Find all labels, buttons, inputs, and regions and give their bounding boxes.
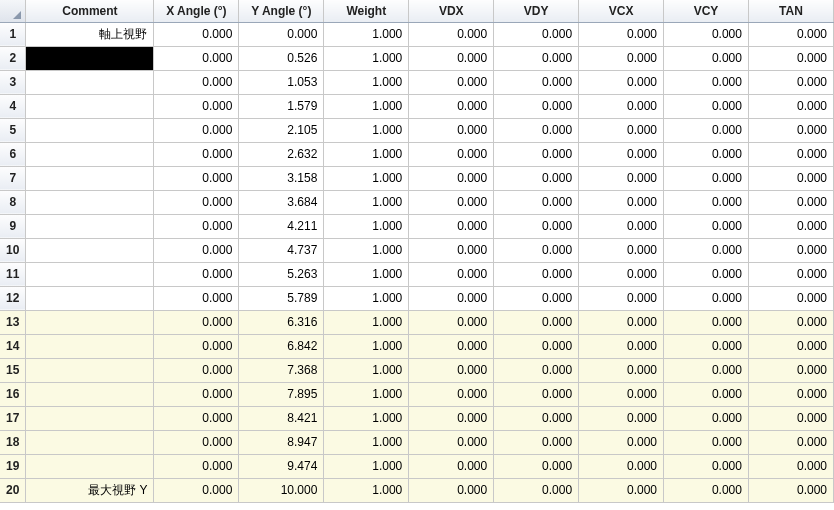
cell-tan[interactable]: 0.000 <box>748 166 833 190</box>
cell-xangle[interactable]: 0.000 <box>154 118 239 142</box>
cell-vdx[interactable]: 0.000 <box>409 166 494 190</box>
cell-yangle[interactable]: 1.053 <box>239 70 324 94</box>
cell-vcx[interactable]: 0.000 <box>579 406 664 430</box>
cell-vcx[interactable]: 0.000 <box>579 70 664 94</box>
cell-vcx[interactable]: 0.000 <box>579 454 664 478</box>
cell-comment[interactable] <box>26 118 154 142</box>
cell-comment[interactable] <box>26 142 154 166</box>
row-header[interactable]: 11 <box>0 262 26 286</box>
table-row[interactable]: 120.0005.7891.0000.0000.0000.0000.0000.0… <box>0 286 834 310</box>
row-header[interactable]: 20 <box>0 478 26 502</box>
col-header-weight[interactable]: Weight <box>324 0 409 22</box>
cell-xangle[interactable]: 0.000 <box>154 166 239 190</box>
cell-weight[interactable]: 1.000 <box>324 142 409 166</box>
cell-vcx[interactable]: 0.000 <box>579 358 664 382</box>
cell-vcy[interactable]: 0.000 <box>664 334 749 358</box>
table-row[interactable]: 90.0004.2111.0000.0000.0000.0000.0000.00… <box>0 214 834 238</box>
cell-xangle[interactable]: 0.000 <box>154 334 239 358</box>
cell-weight[interactable]: 1.000 <box>324 22 409 46</box>
cell-tan[interactable]: 0.000 <box>748 382 833 406</box>
cell-xangle[interactable]: 0.000 <box>154 190 239 214</box>
cell-vcx[interactable]: 0.000 <box>579 166 664 190</box>
cell-tan[interactable]: 0.000 <box>748 262 833 286</box>
cell-tan[interactable]: 0.000 <box>748 190 833 214</box>
cell-weight[interactable]: 1.000 <box>324 358 409 382</box>
table-row[interactable]: 80.0003.6841.0000.0000.0000.0000.0000.00… <box>0 190 834 214</box>
cell-vdy[interactable]: 0.000 <box>494 70 579 94</box>
cell-vcy[interactable]: 0.000 <box>664 310 749 334</box>
table-row[interactable]: 190.0009.4741.0000.0000.0000.0000.0000.0… <box>0 454 834 478</box>
col-header-comment[interactable]: Comment <box>26 0 154 22</box>
row-header[interactable]: 10 <box>0 238 26 262</box>
cell-yangle[interactable]: 5.789 <box>239 286 324 310</box>
cell-weight[interactable]: 1.000 <box>324 238 409 262</box>
cell-tan[interactable]: 0.000 <box>748 334 833 358</box>
cell-vdx[interactable]: 0.000 <box>409 22 494 46</box>
cell-yangle[interactable]: 9.474 <box>239 454 324 478</box>
cell-comment[interactable] <box>26 382 154 406</box>
col-header-vdx[interactable]: VDX <box>409 0 494 22</box>
cell-vdx[interactable]: 0.000 <box>409 262 494 286</box>
cell-vdx[interactable]: 0.000 <box>409 310 494 334</box>
cell-yangle[interactable]: 10.000 <box>239 478 324 502</box>
cell-comment[interactable] <box>26 46 154 70</box>
cell-weight[interactable]: 1.000 <box>324 310 409 334</box>
row-header[interactable]: 19 <box>0 454 26 478</box>
cell-tan[interactable]: 0.000 <box>748 430 833 454</box>
cell-tan[interactable]: 0.000 <box>748 478 833 502</box>
cell-comment[interactable] <box>26 406 154 430</box>
cell-weight[interactable]: 1.000 <box>324 286 409 310</box>
row-header[interactable]: 6 <box>0 142 26 166</box>
cell-xangle[interactable]: 0.000 <box>154 382 239 406</box>
cell-yangle[interactable]: 8.947 <box>239 430 324 454</box>
cell-vcx[interactable]: 0.000 <box>579 46 664 70</box>
cell-yangle[interactable]: 4.211 <box>239 214 324 238</box>
cell-tan[interactable]: 0.000 <box>748 214 833 238</box>
cell-comment[interactable] <box>26 214 154 238</box>
cell-vdy[interactable]: 0.000 <box>494 430 579 454</box>
cell-vdx[interactable]: 0.000 <box>409 94 494 118</box>
cell-vdx[interactable]: 0.000 <box>409 430 494 454</box>
cell-vcy[interactable]: 0.000 <box>664 166 749 190</box>
row-header[interactable]: 2 <box>0 46 26 70</box>
row-header[interactable]: 9 <box>0 214 26 238</box>
col-header-xangle[interactable]: X Angle (°) <box>154 0 239 22</box>
cell-vcy[interactable]: 0.000 <box>664 406 749 430</box>
cell-yangle[interactable]: 0.000 <box>239 22 324 46</box>
cell-vdy[interactable]: 0.000 <box>494 406 579 430</box>
table-row[interactable]: 1軸上視野0.0000.0001.0000.0000.0000.0000.000… <box>0 22 834 46</box>
cell-comment[interactable] <box>26 70 154 94</box>
col-header-vcy[interactable]: VCY <box>664 0 749 22</box>
cell-yangle[interactable]: 7.368 <box>239 358 324 382</box>
cell-yangle[interactable]: 1.579 <box>239 94 324 118</box>
cell-vcy[interactable]: 0.000 <box>664 46 749 70</box>
table-row[interactable]: 30.0001.0531.0000.0000.0000.0000.0000.00… <box>0 70 834 94</box>
cell-tan[interactable]: 0.000 <box>748 46 833 70</box>
cell-vdx[interactable]: 0.000 <box>409 238 494 262</box>
cell-vcy[interactable]: 0.000 <box>664 238 749 262</box>
cell-vcx[interactable]: 0.000 <box>579 478 664 502</box>
cell-yangle[interactable]: 0.526 <box>239 46 324 70</box>
cell-vcy[interactable]: 0.000 <box>664 70 749 94</box>
cell-yangle[interactable]: 6.316 <box>239 310 324 334</box>
cell-vcy[interactable]: 0.000 <box>664 142 749 166</box>
table-row[interactable]: 140.0006.8421.0000.0000.0000.0000.0000.0… <box>0 334 834 358</box>
cell-vdy[interactable]: 0.000 <box>494 334 579 358</box>
cell-vdy[interactable]: 0.000 <box>494 238 579 262</box>
cell-weight[interactable]: 1.000 <box>324 478 409 502</box>
cell-xangle[interactable]: 0.000 <box>154 478 239 502</box>
cell-vcx[interactable]: 0.000 <box>579 286 664 310</box>
row-header[interactable]: 8 <box>0 190 26 214</box>
cell-vdy[interactable]: 0.000 <box>494 454 579 478</box>
cell-vcx[interactable]: 0.000 <box>579 190 664 214</box>
cell-vdy[interactable]: 0.000 <box>494 310 579 334</box>
cell-vcy[interactable]: 0.000 <box>664 214 749 238</box>
cell-vdx[interactable]: 0.000 <box>409 46 494 70</box>
cell-vcy[interactable]: 0.000 <box>664 358 749 382</box>
cell-xangle[interactable]: 0.000 <box>154 94 239 118</box>
cell-weight[interactable]: 1.000 <box>324 166 409 190</box>
cell-yangle[interactable]: 6.842 <box>239 334 324 358</box>
cell-vcx[interactable]: 0.000 <box>579 382 664 406</box>
cell-weight[interactable]: 1.000 <box>324 454 409 478</box>
cell-weight[interactable]: 1.000 <box>324 190 409 214</box>
